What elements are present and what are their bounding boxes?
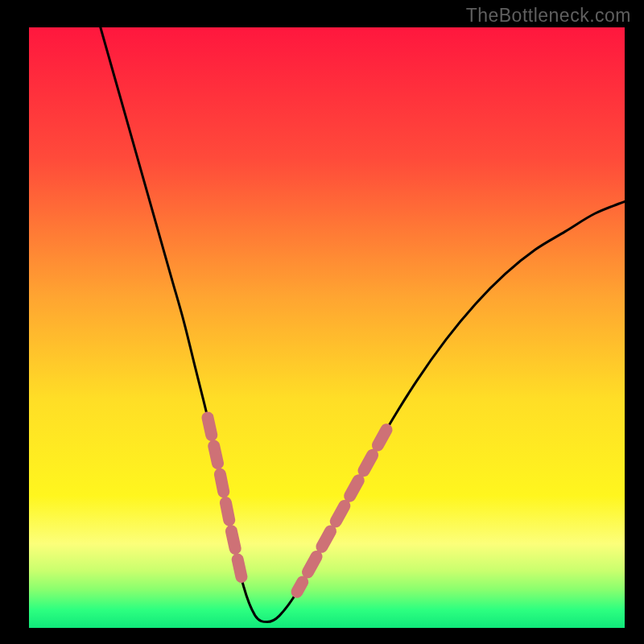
chart-svg	[0, 0, 644, 644]
chart-stage: TheBottleneck.com	[0, 0, 644, 644]
watermark-text: TheBottleneck.com	[466, 5, 631, 27]
